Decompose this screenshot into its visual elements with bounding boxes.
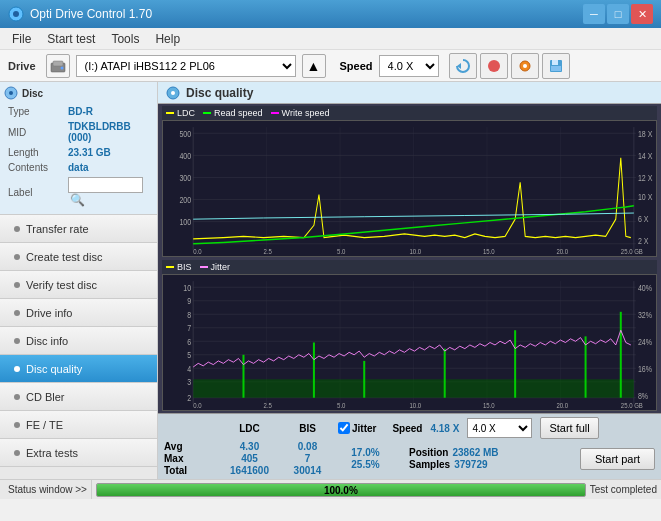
svg-text:18 X: 18 X bbox=[638, 129, 653, 139]
menu-tools[interactable]: Tools bbox=[103, 30, 147, 48]
disc-mid-row: MID TDKBLDRBB (000) bbox=[6, 120, 151, 144]
menu-bar: File Start test Tools Help bbox=[0, 28, 661, 50]
disc-type-value: BD-R bbox=[66, 105, 151, 118]
disc-section-label: Disc bbox=[22, 88, 43, 99]
svg-text:8%: 8% bbox=[638, 391, 648, 401]
nav-dot bbox=[14, 282, 20, 288]
chart2-area: 10 9 8 7 6 5 4 3 2 40% 32% 24% 16% bbox=[162, 274, 657, 411]
nav-dot bbox=[14, 422, 20, 428]
app-title: Opti Drive Control 1.70 bbox=[30, 7, 583, 21]
stop-button[interactable] bbox=[480, 53, 508, 79]
nav-drive-info[interactable]: Drive info bbox=[0, 299, 157, 327]
menu-help[interactable]: Help bbox=[147, 30, 188, 48]
chart1-container: LDC Read speed Write speed bbox=[162, 106, 657, 257]
drive-select[interactable]: (I:) ATAPI iHBS112 2 PL06 bbox=[76, 55, 296, 77]
legend-write-speed-color bbox=[271, 112, 279, 114]
disc-label-input[interactable] bbox=[68, 177, 143, 193]
legend-read-speed: Read speed bbox=[203, 108, 263, 118]
nav-cd-bler[interactable]: CD Bler bbox=[0, 383, 157, 411]
svg-text:20.0: 20.0 bbox=[556, 247, 568, 255]
nav-label: CD Bler bbox=[26, 391, 65, 403]
nav-label: Disc info bbox=[26, 335, 68, 347]
speed-quality-select[interactable]: 4.0 X bbox=[467, 418, 532, 438]
nav-label: Create test disc bbox=[26, 251, 102, 263]
svg-text:16%: 16% bbox=[638, 364, 652, 374]
legend-write-speed-label: Write speed bbox=[282, 108, 330, 118]
nav-verify-test-disc[interactable]: Verify test disc bbox=[0, 271, 157, 299]
save-button[interactable] bbox=[542, 53, 570, 79]
label-icon[interactable]: 🔍 bbox=[70, 193, 85, 207]
drive-action-buttons bbox=[449, 53, 570, 79]
close-button[interactable]: ✕ bbox=[631, 4, 653, 24]
bottom-bar: Status window >> 100.0% Test completed bbox=[0, 479, 661, 499]
nav-dot bbox=[14, 338, 20, 344]
progress-bar-container: 100.0% bbox=[96, 483, 586, 497]
svg-point-8 bbox=[523, 64, 527, 68]
nav-disc-info[interactable]: Disc info bbox=[0, 327, 157, 355]
jitter-checkbox[interactable] bbox=[338, 422, 350, 434]
speed-label-stat: Speed bbox=[392, 423, 422, 434]
nav-disc-quality[interactable]: Disc quality bbox=[0, 355, 157, 383]
disc-quality-title: Disc quality bbox=[186, 86, 253, 100]
nav-transfer-rate[interactable]: Transfer rate bbox=[0, 215, 157, 243]
legend-bis: BIS bbox=[166, 262, 192, 272]
svg-text:5: 5 bbox=[187, 351, 191, 361]
disc-contents-label: Contents bbox=[6, 161, 64, 174]
svg-rect-3 bbox=[53, 61, 63, 66]
svg-text:500: 500 bbox=[179, 129, 191, 139]
maximize-button[interactable]: □ bbox=[607, 4, 629, 24]
position-value: 23862 MB bbox=[452, 447, 498, 458]
disc-length-value: 23.31 GB bbox=[66, 146, 151, 159]
chart2-svg: 10 9 8 7 6 5 4 3 2 40% 32% 24% 16% bbox=[163, 275, 656, 410]
nav-create-test-disc[interactable]: Create test disc bbox=[0, 243, 157, 271]
svg-text:200: 200 bbox=[179, 196, 191, 206]
right-panel: Disc quality LDC Read speed Wr bbox=[158, 82, 661, 479]
svg-text:4: 4 bbox=[187, 364, 191, 374]
eject-button[interactable]: ▲ bbox=[302, 54, 326, 78]
svg-text:100: 100 bbox=[179, 218, 191, 228]
menu-file[interactable]: File bbox=[4, 30, 39, 48]
settings-button[interactable] bbox=[511, 53, 539, 79]
test-completed-label: Test completed bbox=[590, 484, 657, 495]
start-full-button[interactable]: Start full bbox=[540, 417, 598, 439]
nav-label: Verify test disc bbox=[26, 279, 97, 291]
avg-label: Avg bbox=[164, 441, 214, 452]
disc-label-label: Label bbox=[6, 176, 64, 208]
disc-type-label: Type bbox=[6, 105, 64, 118]
legend-bis-label: BIS bbox=[177, 262, 192, 272]
disc-contents-row: Contents data bbox=[6, 161, 151, 174]
svg-text:9: 9 bbox=[187, 297, 191, 307]
svg-text:2 X: 2 X bbox=[638, 236, 649, 246]
chart1-svg: 500 400 300 200 100 18 X 14 X 12 X 10 X … bbox=[163, 121, 656, 256]
menu-start-test[interactable]: Start test bbox=[39, 30, 103, 48]
svg-text:10.0: 10.0 bbox=[410, 247, 422, 255]
refresh-button[interactable] bbox=[449, 53, 477, 79]
disc-info-header: Disc bbox=[4, 86, 153, 100]
svg-point-1 bbox=[13, 11, 19, 17]
svg-text:24%: 24% bbox=[638, 337, 652, 347]
status-window-button[interactable]: Status window >> bbox=[4, 480, 92, 499]
start-part-button[interactable]: Start part bbox=[580, 448, 655, 470]
drive-icon-button[interactable] bbox=[46, 54, 70, 78]
chart1-legend: LDC Read speed Write speed bbox=[162, 106, 657, 120]
sidebar: Disc Type BD-R MID TDKBLDRBB (000) Lengt… bbox=[0, 82, 158, 479]
disc-info-table: Type BD-R MID TDKBLDRBB (000) Length 23.… bbox=[4, 103, 153, 210]
legend-ldc-color bbox=[166, 112, 174, 114]
samples-label: Samples bbox=[409, 459, 450, 470]
disc-quality-header: Disc quality bbox=[158, 82, 661, 104]
nav-extra-tests[interactable]: Extra tests bbox=[0, 439, 157, 467]
legend-read-speed-color bbox=[203, 112, 211, 114]
speed-select[interactable]: 4.0 X 8.0 X MAX bbox=[379, 55, 439, 77]
nav-fe-te[interactable]: FE / TE bbox=[0, 411, 157, 439]
legend-jitter-color bbox=[200, 266, 208, 268]
svg-text:32%: 32% bbox=[638, 310, 652, 320]
svg-text:7: 7 bbox=[187, 324, 191, 334]
svg-text:400: 400 bbox=[179, 151, 191, 161]
svg-text:25.0 GB: 25.0 GB bbox=[621, 401, 644, 409]
bis-max: 7 bbox=[285, 453, 330, 464]
legend-ldc-label: LDC bbox=[177, 108, 195, 118]
jitter-checkbox-container: Jitter bbox=[338, 422, 376, 434]
svg-text:6 X: 6 X bbox=[638, 214, 649, 224]
disc-contents-value: data bbox=[66, 161, 151, 174]
minimize-button[interactable]: ─ bbox=[583, 4, 605, 24]
